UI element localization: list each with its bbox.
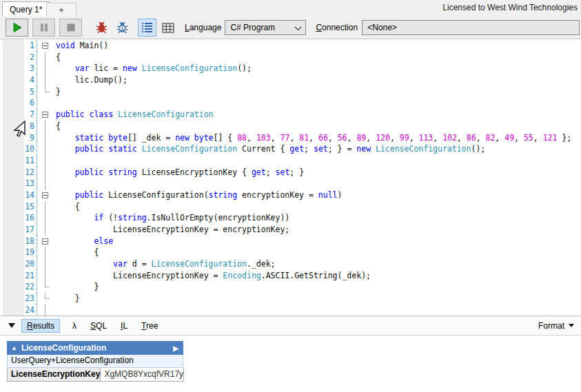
fold-collapse-icon[interactable] — [42, 192, 48, 198]
code-line[interactable]: 15{ — [0, 201, 581, 213]
code-line[interactable]: 12public string LicenseEncryptionKey { g… — [0, 167, 581, 178]
code-line[interactable]: 5} — [0, 86, 581, 98]
new-tab-plus-icon: + — [59, 6, 63, 15]
code-line[interactable]: 18else — [0, 236, 581, 247]
fold-margin — [37, 258, 56, 270]
fold-margin[interactable] — [37, 40, 56, 52]
line-number: 12 — [0, 167, 34, 178]
language-select[interactable]: C# Program — [225, 20, 306, 35]
fold-margin — [37, 155, 56, 167]
tab-query1[interactable]: Query 1* — [2, 1, 50, 17]
red-bug-icon — [94, 21, 109, 34]
expand-right-icon[interactable]: ▶ — [173, 344, 179, 352]
fold-line — [45, 52, 45, 63]
fold-margin[interactable] — [37, 189, 56, 201]
stop-icon — [65, 22, 77, 33]
code-line[interactable]: 16if (!string.IsNullOrEmpty(encryptionKe… — [0, 212, 581, 224]
code-line[interactable]: 14public LicenseConfiguration(string enc… — [0, 189, 581, 201]
code-text: } — [56, 86, 61, 98]
results-tab-λ[interactable]: λ — [71, 320, 78, 332]
connection-label: Connection — [316, 23, 358, 32]
fold-line — [45, 305, 45, 316]
code-text: static byte[] _dek = new byte[] { 88, 10… — [56, 132, 571, 144]
line-number: 10 — [0, 143, 34, 155]
data-grid-icon — [162, 23, 174, 33]
code-line[interactable]: 19{ — [0, 247, 581, 258]
mouse-cursor-icon — [10, 119, 27, 138]
property-name-cell: LicenseEncryptionKey — [7, 368, 101, 382]
code-text: } — [56, 293, 80, 305]
code-line[interactable]: 24 — [0, 305, 581, 316]
fold-line — [45, 167, 45, 178]
run-button[interactable] — [6, 19, 28, 37]
stop-button[interactable] — [59, 19, 82, 37]
pause-icon — [39, 22, 50, 33]
results-panel-dropdown-icon[interactable] — [8, 323, 15, 328]
dump-table-header[interactable]: ▲ LicenseConfiguration ▶ — [7, 341, 183, 355]
code-line[interactable]: 11 — [0, 155, 581, 167]
code-line[interactable]: 4lic.Dump(); — [0, 74, 581, 86]
code-text: } — [56, 281, 99, 293]
fold-collapse-icon[interactable] — [42, 112, 48, 118]
line-number: 19 — [0, 247, 34, 258]
format-button[interactable]: Format — [538, 321, 574, 331]
dump-table: ▲ LicenseConfiguration ▶ UserQuery+Licen… — [7, 341, 183, 382]
code-line[interactable]: 17LicenseEncryptionKey = encryptionKey; — [0, 224, 581, 236]
fold-line — [45, 63, 45, 74]
line-number: 2 — [0, 52, 34, 63]
debug-run-button[interactable] — [92, 19, 111, 37]
code-line[interactable]: 22} — [0, 281, 581, 293]
fold-line — [45, 270, 45, 282]
results-tab-results[interactable]: Results — [21, 319, 60, 333]
fold-collapse-icon[interactable] — [42, 43, 48, 49]
code-line[interactable]: 9static byte[] _dek = new byte[] { 88, 1… — [0, 132, 581, 144]
code-line[interactable]: 6 — [0, 97, 581, 109]
connection-select[interactable]: <None> — [362, 20, 580, 35]
code-text: { — [56, 52, 61, 63]
fold-margin[interactable] — [37, 236, 56, 247]
code-text: var lic = new LicenseConfiguration(); — [56, 63, 252, 74]
tab-query1-label: Query 1* — [10, 5, 42, 14]
results-tab-il[interactable]: IL — [119, 320, 129, 332]
pause-button[interactable] — [32, 19, 55, 37]
dump-rows: LicenseEncryptionKeyXgMQB8YxcqfVR17y — [7, 368, 183, 382]
code-editor[interactable]: 1void Main()2{3var lic = new LicenseConf… — [0, 39, 581, 316]
attach-debugger-button[interactable]: 1 — [113, 19, 132, 37]
new-tab-button[interactable]: + — [46, 3, 77, 17]
code-line[interactable]: 2{ — [0, 52, 581, 63]
dump-property-row: LicenseEncryptionKeyXgMQB8YxcqfVR17y — [7, 368, 183, 382]
code-line[interactable]: 13 — [0, 178, 581, 189]
results-panel: ▲ LicenseConfiguration ▶ UserQuery+Licen… — [0, 335, 581, 392]
code-line[interactable]: 7public class LicenseConfiguration — [0, 109, 581, 121]
line-number: 17 — [0, 224, 34, 236]
fold-collapse-icon[interactable] — [42, 238, 48, 245]
rich-text-results-button[interactable] — [138, 19, 156, 37]
fold-margin — [37, 224, 56, 236]
language-value: C# Program — [230, 23, 275, 32]
collapse-up-icon[interactable]: ▲ — [11, 344, 17, 351]
code-line[interactable]: 3var lic = new LicenseConfiguration(); — [0, 63, 581, 74]
fold-line — [45, 132, 45, 144]
line-number: 13 — [0, 178, 34, 189]
data-grid-results-button[interactable] — [159, 19, 177, 37]
results-tab-tree[interactable]: Tree — [140, 320, 159, 332]
code-text — [56, 155, 75, 167]
results-tab-sql[interactable]: SQL — [89, 320, 108, 332]
code-line[interactable]: 23} — [0, 293, 581, 305]
code-text: public static LicenseConfiguration Curre… — [56, 143, 485, 155]
fold-margin[interactable] — [37, 109, 56, 121]
code-line[interactable]: 20var d = LicenseConfiguration._dek; — [0, 258, 581, 270]
linqpad-window: Query 1* + Licensed to West Wind Technol… — [0, 0, 581, 392]
code-text: void Main() — [56, 40, 108, 52]
line-number: 4 — [0, 74, 34, 86]
fold-margin — [37, 63, 56, 74]
code-line[interactable]: 1void Main() — [0, 40, 581, 52]
svg-text:1: 1 — [121, 25, 124, 32]
fold-margin — [37, 247, 56, 258]
fold-margin — [37, 74, 56, 86]
fold-margin — [37, 52, 56, 63]
code-text: LicenseEncryptionKey = encryptionKey; — [56, 224, 289, 236]
code-line[interactable]: 21LicenseEncryptionKey = Encoding.ASCII.… — [0, 270, 581, 282]
code-line[interactable]: 10public static LicenseConfiguration Cur… — [0, 143, 581, 155]
code-line[interactable]: 8{ — [0, 121, 581, 132]
